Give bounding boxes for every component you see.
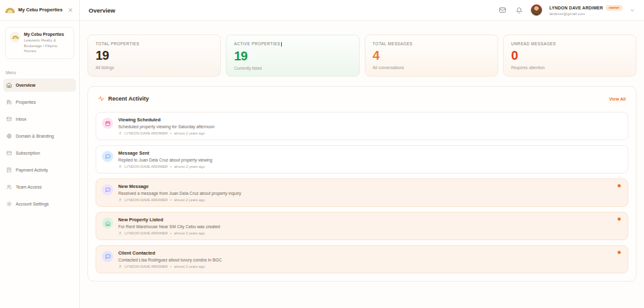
activity-pulse-icon	[98, 96, 104, 102]
activity-item-title: Viewing Scheduled	[118, 117, 214, 123]
activity-item-description: Scheduled property viewing for Saturday …	[118, 124, 214, 129]
chevron-down-icon	[630, 8, 635, 13]
sidebar-item-label: Overview	[16, 83, 35, 87]
sidebar-item-overview[interactable]: Overview	[3, 79, 76, 92]
activity-item-description: Contacted Lisa Rodriguez about luxury co…	[118, 258, 222, 262]
inbox-icon	[6, 116, 12, 122]
activity-item-title: Message Sent	[118, 150, 213, 156]
close-icon	[68, 8, 73, 13]
recent-activity-panel: Recent Activity View All Viewing Schedul…	[87, 86, 636, 282]
sidebar-item-account-settings[interactable]: Account Settings	[3, 197, 76, 211]
gear-icon	[6, 201, 12, 207]
chat-icon	[102, 251, 113, 262]
activity-item-description: Received a message from Juan Dela Cruz a…	[118, 191, 241, 195]
person-icon	[118, 165, 122, 168]
user-name: LYNDON DAVE ARDIMER	[549, 6, 603, 10]
meta-separator: •	[170, 265, 172, 268]
stat-card-total-messages[interactable]: TOTAL MESSAGES 4 All conversations	[365, 35, 498, 77]
credit-card-icon	[6, 150, 12, 156]
app-root: My Cebu Properties My Cebu Properties Le…	[0, 0, 644, 308]
building-icon	[6, 99, 12, 105]
chat-icon	[102, 151, 113, 162]
sidebar: My Cebu Properties My Cebu Properties Le…	[0, 0, 80, 308]
unread-indicator	[618, 251, 621, 254]
activity-item-time: almost 2 years ago	[174, 198, 205, 202]
main-area: Overview LYNDON DAVE ARDIMER owner lardi…	[80, 0, 644, 308]
person-icon	[118, 131, 122, 135]
sidebar-item-payment-activity[interactable]: Payment Activity	[3, 163, 76, 177]
messages-button[interactable]	[497, 5, 508, 15]
notifications-button[interactable]	[514, 6, 524, 15]
sidebar-nav: Overview Properties Inbox Domain & Brand…	[0, 79, 79, 214]
chat-icon	[102, 184, 113, 195]
activity-item-description: For Rent Warehouse Near SM City Cebu was…	[118, 224, 220, 229]
sidebar-item-label: Payment Activity	[16, 168, 48, 172]
meta-separator: •	[170, 131, 172, 135]
activity-item-time: almost 2 years ago	[174, 165, 205, 168]
activity-item-title: Client Contacted	[118, 250, 222, 256]
stat-subtext: Requires attention	[511, 65, 628, 70]
stat-card-unread-messages[interactable]: UNREAD MESSAGES 0 Requires attention	[503, 35, 636, 77]
meta-separator: •	[170, 231, 172, 235]
stat-card-total-properties[interactable]: TOTAL PROPERTIES 19 All listings	[87, 35, 221, 77]
stat-value: 19	[234, 50, 351, 62]
stat-value: 0	[511, 49, 628, 62]
unread-indicator	[618, 217, 621, 221]
sidebar-item-label: Domain & Branding	[16, 134, 54, 138]
stat-value: 19	[96, 49, 213, 62]
brand-card: My Cebu Properties Leauterio Realty & Br…	[5, 27, 74, 59]
activity-item-title: New Property Listed	[118, 217, 220, 223]
sidebar-item-properties[interactable]: Properties	[3, 96, 76, 109]
stat-subtext: All listings	[96, 65, 213, 70]
sidebar-item-label: Subscription	[16, 151, 40, 155]
brand-card-name: My Cebu Properties	[24, 32, 69, 36]
receipt-icon	[6, 167, 12, 173]
stat-label: ACTIVE PROPERTIES	[234, 41, 280, 46]
activity-item[interactable]: Client Contacted Contacted Lisa Rodrigue…	[96, 245, 628, 273]
calendar-icon	[102, 118, 113, 129]
activity-item-time: almost 2 years ago	[174, 265, 205, 268]
stat-value: 4	[373, 49, 490, 62]
page-title: Overview	[89, 7, 115, 14]
meta-separator: •	[170, 198, 172, 202]
person-icon	[118, 265, 122, 268]
activity-item-time: almost 2 years ago	[174, 131, 205, 135]
menu-section-label: Menu	[6, 70, 79, 75]
sidebar-close-button[interactable]	[67, 6, 74, 14]
home-icon	[102, 217, 113, 229]
content: TOTAL PROPERTIES 19 All listings ACTIVE …	[80, 21, 644, 308]
stats-row: TOTAL PROPERTIES 19 All listings ACTIVE …	[87, 35, 636, 77]
activity-item-time: almost 2 years ago	[174, 231, 205, 235]
sidebar-item-team-access[interactable]: Team Access	[3, 180, 76, 194]
unread-indicator	[618, 184, 621, 187]
sidebar-item-label: Inbox	[16, 117, 26, 121]
brand-logo-icon	[5, 6, 15, 14]
person-icon	[118, 231, 122, 235]
sidebar-item-inbox[interactable]: Inbox	[3, 113, 76, 126]
activity-item-user: LYNDON DAVE ARDIMER	[125, 231, 168, 235]
activity-item[interactable]: New Property Listed For Rent Warehouse N…	[96, 212, 628, 240]
users-icon	[6, 184, 12, 190]
person-icon	[118, 198, 122, 202]
sidebar-item-label: Properties	[16, 100, 36, 104]
activity-item[interactable]: Viewing Scheduled Scheduled property vie…	[96, 112, 628, 140]
globe-icon	[6, 133, 12, 139]
top-bar: Overview LYNDON DAVE ARDIMER owner lardi…	[80, 0, 644, 21]
stat-subtext: Currently listed	[234, 66, 351, 70]
activity-item[interactable]: Message Sent Replied to Juan Dela Cruz a…	[96, 145, 628, 173]
activity-item-user: LYNDON DAVE ARDIMER	[125, 131, 168, 135]
avatar[interactable]	[531, 4, 542, 16]
bell-icon	[516, 7, 523, 14]
sidebar-item-subscription[interactable]: Subscription	[3, 146, 76, 160]
profile-menu-toggle[interactable]	[630, 8, 635, 13]
recent-activity-title: Recent Activity	[108, 96, 149, 102]
sidebar-item-domain-branding[interactable]: Domain & Branding	[3, 129, 76, 143]
activity-item-user: LYNDON DAVE ARDIMER	[125, 265, 168, 268]
view-all-link[interactable]: View All	[609, 97, 626, 101]
activity-item[interactable]: New Message Received a message from Juan…	[96, 179, 628, 207]
stat-card-active-properties[interactable]: ACTIVE PROPERTIES 19 Currently listed	[226, 35, 359, 77]
brand-name: My Cebu Properties	[18, 7, 64, 13]
home-icon	[6, 82, 12, 88]
meta-separator: •	[170, 165, 172, 168]
stat-label: TOTAL MESSAGES	[373, 41, 490, 46]
